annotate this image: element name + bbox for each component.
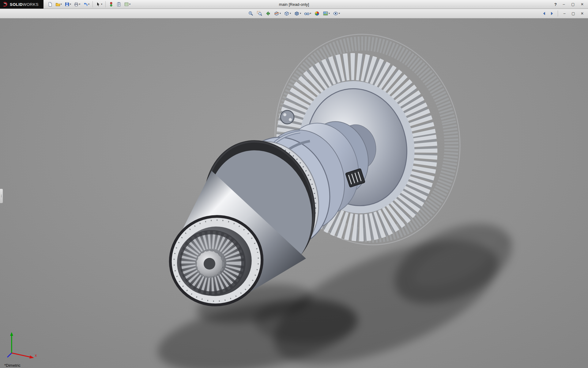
chevron-down-icon[interactable]: ▾ [79, 3, 80, 6]
chevron-down-icon[interactable]: ▾ [88, 3, 89, 6]
chevron-down-icon[interactable]: ▾ [61, 3, 62, 6]
chevron-down-icon[interactable]: ▾ [329, 12, 330, 15]
document-window-controls: – ▢ ✕ [541, 9, 586, 18]
app-maximize-button[interactable]: ▢ [569, 1, 577, 8]
reference-triad: x [4, 328, 41, 362]
graphics-viewport[interactable]: x *Dimetric ⁞ [0, 18, 588, 368]
app-close-button[interactable]: ✕ [578, 1, 586, 8]
view-settings-button[interactable]: ▾ [332, 9, 341, 18]
solidworks-logo-icon [2, 2, 8, 7]
doc-restore-button[interactable]: ▢ [569, 10, 577, 17]
chevron-down-icon[interactable]: ▾ [339, 12, 340, 15]
zoom-to-area-button[interactable] [255, 9, 263, 18]
hide-show-items-button[interactable]: ▾ [303, 9, 312, 18]
chevron-down-icon[interactable]: ▾ [290, 12, 291, 15]
main-toolbar: ▾ ▾ ▾ ▾ ▾ ▾ [47, 0, 132, 8]
options-sheet-button[interactable]: ▾ [123, 0, 132, 8]
solidworks-brand: SOLIDWORKS [0, 0, 43, 9]
apply-scene-button[interactable]: ▾ [322, 9, 331, 18]
edit-appearance-button[interactable] [313, 9, 321, 18]
display-style-button[interactable]: ▾ [293, 9, 302, 18]
triad-x-label: x [35, 353, 37, 358]
undo-button[interactable]: ▾ [82, 0, 91, 8]
chevron-down-icon[interactable]: ▾ [310, 12, 311, 15]
brand-works: WORKS [23, 2, 39, 7]
doc-minimize-button[interactable]: – [560, 10, 568, 17]
document-title: main [Read-only] [279, 0, 309, 9]
save-button[interactable]: ▾ [63, 0, 72, 8]
collapse-right-button[interactable] [548, 9, 555, 18]
engine-model [0, 18, 588, 368]
print-button[interactable]: ▾ [73, 0, 81, 8]
section-view-button[interactable]: ▾ [273, 9, 282, 18]
doc-close-button[interactable]: ✕ [578, 10, 586, 17]
toolbar-separator [558, 10, 558, 17]
file-properties-button[interactable] [115, 0, 123, 8]
toolbar-separator [92, 1, 93, 7]
view-orientation-label: *Dimetric [4, 363, 21, 368]
app-minimize-button[interactable]: – [560, 1, 568, 8]
chevron-down-icon[interactable]: ▾ [129, 3, 130, 6]
open-button[interactable]: ▾ [54, 0, 63, 8]
heads-up-view-toolbar: ▾ ▾ ▾ ▾ ▾ ▾ – ▢ ✕ [0, 9, 588, 18]
chevron-down-icon[interactable]: ▾ [300, 12, 301, 15]
chevron-down-icon[interactable]: ▾ [101, 3, 102, 6]
previous-view-button[interactable] [264, 9, 272, 18]
zoom-to-fit-button[interactable] [247, 9, 255, 18]
title-bar: SOLIDWORKS ▾ ▾ ▾ ▾ ▾ ▾ main [Read-only] … [0, 0, 588, 9]
toolbar-separator [105, 1, 106, 7]
rebuild-stoplight-button[interactable] [107, 0, 115, 8]
left-panel-splitter[interactable]: ⁞ [0, 189, 3, 203]
view-orientation-button[interactable]: ▾ [283, 9, 292, 18]
chevron-down-icon[interactable]: ▾ [280, 12, 281, 15]
app-window-controls: ? – ▢ ✕ [552, 0, 586, 9]
help-button[interactable]: ? [552, 1, 559, 7]
collapse-left-button[interactable] [541, 9, 548, 18]
new-document-button[interactable] [47, 0, 54, 8]
chevron-down-icon[interactable]: ▾ [70, 3, 71, 6]
brand-solid: SOLID [10, 2, 23, 7]
select-button[interactable]: ▾ [95, 0, 104, 8]
